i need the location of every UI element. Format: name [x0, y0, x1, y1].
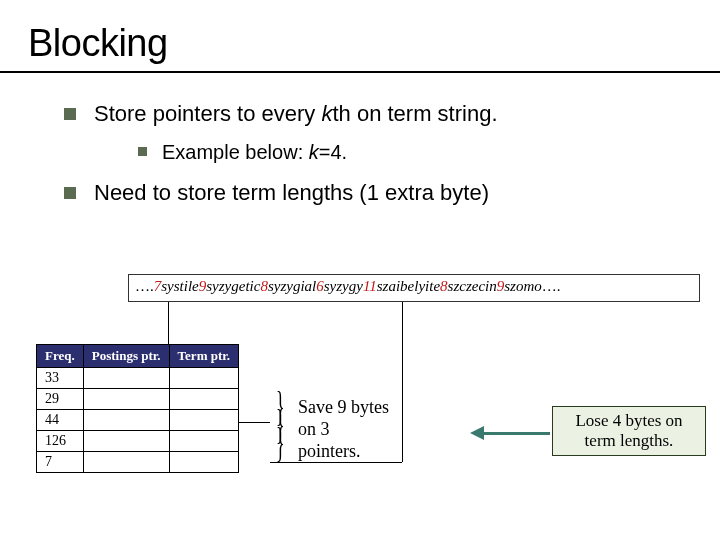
bullet-1-pre: Store pointers to every — [94, 101, 321, 126]
postings-cell — [83, 389, 169, 410]
term-word-2: syzygial — [268, 278, 316, 294]
table-row: 44 — [37, 410, 239, 431]
pointer-line-2h — [270, 462, 402, 463]
termptr-cell — [169, 389, 238, 410]
term-word-6: szomo — [504, 278, 542, 294]
sub-bullet-list: Example below: k=4. — [94, 127, 720, 168]
table-row: 126 — [37, 431, 239, 452]
term-word-0: systile — [161, 278, 199, 294]
bullet-1-text: Store pointers to every kth on term stri… — [94, 101, 498, 126]
term-word-3: syzygy — [324, 278, 363, 294]
save-line-3: pointers. — [298, 441, 361, 461]
term-len-4: 11 — [363, 278, 377, 294]
postings-cell — [83, 452, 169, 473]
bullet-1: Store pointers to every kth on term stri… — [64, 101, 720, 180]
sub-bullet-1: Example below: k=4. — [138, 137, 720, 168]
lose-line-2: term lengths. — [585, 431, 674, 450]
arrow-head-icon — [470, 426, 484, 440]
bullet-1-k: k — [321, 101, 332, 126]
bullet-2: Need to store term lengths (1 extra byte… — [64, 180, 720, 218]
term-string-box: ….7systile9syzygetic8syzygial6syzygy11sz… — [128, 274, 700, 302]
freq-cell: 33 — [37, 368, 84, 389]
table-row: 7 — [37, 452, 239, 473]
table-row: 29 — [37, 389, 239, 410]
termptr-cell — [169, 410, 238, 431]
arrow-shaft — [484, 432, 550, 435]
lose-bytes-note: Lose 4 bytes on term lengths. — [552, 406, 706, 456]
sub-bullet-1-k: k — [309, 141, 319, 163]
freq-cell: 44 — [37, 410, 84, 431]
col-freq: Freq. — [37, 345, 84, 368]
bullet-list: Store pointers to every kth on term stri… — [0, 73, 720, 218]
freq-cell: 7 — [37, 452, 84, 473]
postings-cell — [83, 410, 169, 431]
arrow-left — [470, 426, 550, 440]
sub-bullet-1-text: Example below: k=4. — [162, 141, 347, 163]
sub-bullet-1-post: =4. — [319, 141, 347, 163]
term-word-4: szaibelyite — [377, 278, 440, 294]
col-postings: Postings ptr. — [83, 345, 169, 368]
term-len-2: 8 — [260, 278, 268, 294]
freq-cell: 29 — [37, 389, 84, 410]
slide-title: Blocking — [0, 0, 720, 71]
term-len-3: 6 — [316, 278, 324, 294]
termptr-cell — [169, 368, 238, 389]
term-trail: …. — [542, 278, 561, 294]
save-line-1: Save 9 bytes — [298, 397, 389, 417]
term-word-5: szczecin — [448, 278, 497, 294]
table-header-row: Freq. Postings ptr. Term ptr. — [37, 345, 239, 368]
col-termptr: Term ptr. — [169, 345, 238, 368]
save-line-2: on 3 — [298, 419, 330, 439]
term-word-1: syzygetic — [206, 278, 260, 294]
termptr-cell — [169, 452, 238, 473]
freq-table: Freq. Postings ptr. Term ptr. 3329441267 — [36, 344, 239, 473]
term-lead: …. — [135, 278, 154, 294]
termptr-cell — [169, 431, 238, 452]
term-len-5: 8 — [440, 278, 448, 294]
postings-cell — [83, 431, 169, 452]
curly-brace: } } } — [276, 398, 285, 452]
save-bytes-note: Save 9 bytes on 3 pointers. — [298, 396, 438, 462]
bullet-1-post: th on term string. — [332, 101, 497, 126]
lose-line-1: Lose 4 bytes on — [575, 411, 682, 430]
bullet-2-text: Need to store term lengths (1 extra byte… — [94, 180, 489, 205]
postings-cell — [83, 368, 169, 389]
table-row: 33 — [37, 368, 239, 389]
freq-cell: 126 — [37, 431, 84, 452]
sub-bullet-1-pre: Example below: — [162, 141, 309, 163]
